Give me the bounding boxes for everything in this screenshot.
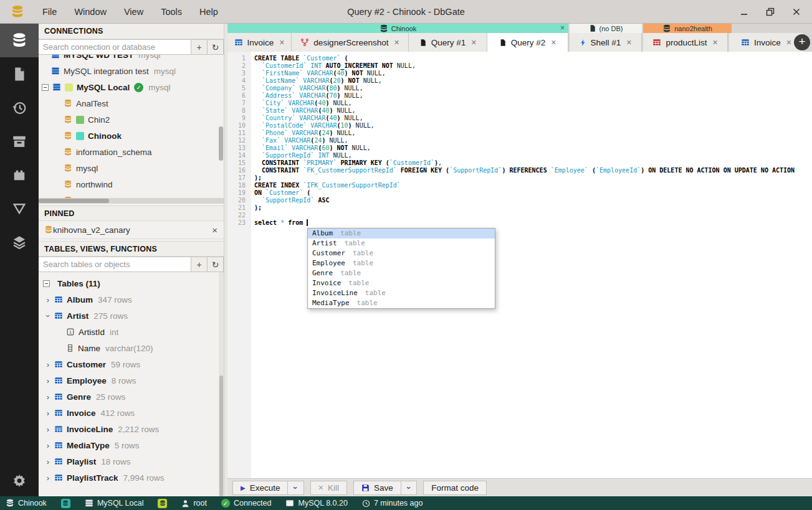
autocomplete-item[interactable]: MediaTypetable xyxy=(308,298,495,308)
sql-editor[interactable]: 1234567891011121314151617181920212223 CR… xyxy=(227,52,812,478)
close-tab-icon[interactable]: × xyxy=(394,37,399,47)
column-row[interactable]: 1ArtistIdint xyxy=(39,324,224,340)
collapse-expander-icon[interactable] xyxy=(42,84,49,91)
table-row[interactable]: ›Playlist18 rows xyxy=(39,453,224,470)
refresh-objects-button[interactable]: ↻ xyxy=(208,257,224,272)
menu-help[interactable]: Help xyxy=(193,4,224,19)
close-tab-icon[interactable]: × xyxy=(551,37,556,47)
unpin-close-icon[interactable]: × xyxy=(212,225,217,235)
autocomplete-item[interactable]: Artisttable xyxy=(308,238,495,248)
connection-row[interactable]: MySQL integration testmysql xyxy=(39,63,224,79)
autocomplete-item[interactable]: Invoicetable xyxy=(308,278,495,288)
sidebar-item-history[interactable] xyxy=(0,91,39,125)
table-row[interactable]: ›PlaylistTrack7,994 rows xyxy=(39,470,224,486)
chevron-right-icon[interactable]: › xyxy=(44,360,52,369)
autocomplete-item[interactable]: Albumtable xyxy=(308,229,495,238)
close-tab-icon[interactable]: × xyxy=(786,37,791,47)
tab-query--1[interactable]: Query #1× xyxy=(409,33,487,52)
tab-shell--1[interactable]: Shell #1× xyxy=(570,33,642,52)
close-group-icon[interactable]: × xyxy=(560,24,565,32)
tab-group-chinook[interactable]: Chinook× xyxy=(227,24,568,33)
menu-file[interactable]: File xyxy=(36,4,63,19)
settings-gear-icon[interactable] xyxy=(0,465,39,496)
connections-search-input[interactable] xyxy=(39,39,191,55)
close-button[interactable] xyxy=(792,7,801,16)
sidebar-item-files[interactable] xyxy=(0,57,39,91)
refresh-connections-button[interactable]: ↻ xyxy=(208,39,224,55)
column-row[interactable]: Namevarchar(120) xyxy=(39,340,224,356)
tab-invoice[interactable]: Invoice× xyxy=(227,33,292,52)
chevron-right-icon[interactable]: › xyxy=(44,392,52,402)
chevron-down-icon[interactable]: › xyxy=(44,311,53,320)
table-row[interactable]: ›Genre25 rows xyxy=(39,389,224,405)
close-tab-icon[interactable]: × xyxy=(626,37,631,47)
connection-row[interactable]: MYSQL WD TESTmysql xyxy=(39,55,224,63)
database-row[interactable] xyxy=(39,192,224,198)
collapse-expander-icon[interactable] xyxy=(43,280,50,287)
tab-productlist[interactable]: productList× xyxy=(643,33,728,52)
tables-group-row[interactable]: Tables (11) xyxy=(39,275,224,291)
add-object-button[interactable]: + xyxy=(191,257,208,272)
autocomplete-item[interactable]: Customertable xyxy=(308,248,495,258)
new-tab-button[interactable]: + xyxy=(794,34,810,50)
table-row[interactable]: ›MediaType5 rows xyxy=(39,437,224,453)
connection-row[interactable]: MySQL Local✓mysql xyxy=(39,79,224,95)
restore-button[interactable] xyxy=(766,7,775,16)
database-row[interactable]: Chin2 xyxy=(39,111,224,128)
scrollbar-thumb[interactable] xyxy=(219,126,223,161)
menu-window[interactable]: Window xyxy=(68,4,113,19)
chevron-right-icon[interactable]: › xyxy=(44,473,52,483)
save-options-button[interactable]: › xyxy=(401,481,417,495)
database-row[interactable]: AnalTest xyxy=(39,95,224,111)
line-number: 11 xyxy=(227,130,246,137)
chevron-right-icon[interactable]: › xyxy=(44,457,52,466)
menu-view[interactable]: View xyxy=(118,4,150,19)
scrollbar-thumb[interactable] xyxy=(39,199,109,203)
add-connection-button[interactable]: + xyxy=(191,39,208,55)
objects-search-input[interactable] xyxy=(39,257,191,272)
table-row[interactable]: ›InvoiceLine2,212 rows xyxy=(39,421,224,437)
tab-group--no-db-[interactable]: (no DB) xyxy=(570,24,642,33)
kill-button[interactable]: × Kill xyxy=(310,481,347,495)
close-tab-icon[interactable]: × xyxy=(712,37,717,47)
tab-label: productList xyxy=(666,38,707,47)
chevron-right-icon[interactable]: › xyxy=(44,295,52,305)
format-code-button[interactable]: Format code xyxy=(423,481,487,495)
close-tab-icon[interactable]: × xyxy=(279,37,284,47)
table-row[interactable]: ›Artist275 rows xyxy=(39,308,224,324)
table-row[interactable]: ›Invoice412 rows xyxy=(39,405,224,421)
chevron-right-icon[interactable]: › xyxy=(44,425,52,434)
tables-vertical-scrollbar[interactable] xyxy=(219,272,224,496)
connections-horizontal-scrollbar[interactable] xyxy=(39,198,224,204)
table-row[interactable]: ›Employee8 rows xyxy=(39,372,224,389)
close-tab-icon[interactable]: × xyxy=(471,37,476,47)
tab-query--2[interactable]: Query #2× xyxy=(487,33,568,52)
execute-options-button[interactable]: › xyxy=(288,481,303,495)
chevron-right-icon[interactable]: › xyxy=(44,408,52,418)
database-row[interactable]: information_schema xyxy=(39,144,224,160)
table-row[interactable]: ›Customer59 rows xyxy=(39,356,224,372)
tab-group-nano2health[interactable]: nano2health xyxy=(643,24,732,33)
database-row[interactable]: northwind xyxy=(39,176,224,192)
save-button[interactable]: Save xyxy=(353,481,401,495)
autocomplete-item[interactable]: Genretable xyxy=(308,268,495,278)
sidebar-item-database[interactable] xyxy=(0,24,39,57)
sidebar-item-archive[interactable] xyxy=(0,125,39,158)
minimize-button[interactable] xyxy=(740,7,748,16)
sidebar-item-query-designer[interactable] xyxy=(0,192,39,225)
table-row[interactable]: ›Album347 rows xyxy=(39,291,224,308)
execute-button[interactable]: ▶ Execute xyxy=(232,481,288,495)
sidebar-item-cell-data[interactable] xyxy=(0,225,39,259)
autocomplete-item[interactable]: Employeetable xyxy=(308,258,495,268)
database-row[interactable]: Chinook xyxy=(39,128,224,144)
chevron-right-icon[interactable]: › xyxy=(44,376,52,385)
chevron-right-icon[interactable]: › xyxy=(44,441,52,450)
autocomplete-item[interactable]: InvoiceLinetable xyxy=(308,288,495,298)
menu-tools[interactable]: Tools xyxy=(155,4,188,19)
database-row[interactable]: mysql xyxy=(39,160,224,176)
tab-designerscreenshot[interactable]: designerScreenshot× xyxy=(292,33,409,52)
scrollbar-thumb[interactable] xyxy=(219,375,223,496)
sidebar-item-plugins[interactable] xyxy=(0,158,39,192)
pinned-item[interactable]: knihovna_v2_canary × xyxy=(39,221,224,239)
tab-invoice[interactable]: Invoice× xyxy=(729,33,804,52)
